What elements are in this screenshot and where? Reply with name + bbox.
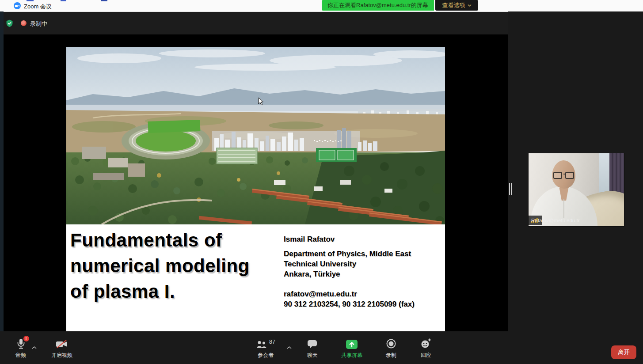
author-name: Ismail Rafatov bbox=[284, 234, 438, 244]
participants-options-chevron[interactable] bbox=[286, 346, 292, 349]
share-screen-button[interactable]: 共享屏幕 bbox=[333, 337, 371, 359]
slide-author-block: Ismail Rafatov Department of Physics, Mi… bbox=[284, 234, 438, 309]
slide-title: Fundamentals of numerical modeling of pl… bbox=[70, 228, 318, 304]
screen-watching-banner: 你正在观看Rafatov@metu.edu.tr的屏幕 bbox=[322, 0, 434, 11]
participant-video-tile[interactable]: Rafatov@metu.edu.tr bbox=[529, 153, 624, 226]
reactions-label: 回应 bbox=[421, 352, 431, 359]
window-title: Zoom 会议 bbox=[24, 3, 52, 11]
presentation-slide: Fundamentals of numerical modeling of pl… bbox=[66, 47, 445, 331]
reactions-smiley-icon bbox=[420, 338, 432, 349]
background-window-artifact bbox=[101, 0, 107, 1]
chat-bubble-icon bbox=[307, 339, 318, 349]
security-shield-icon[interactable] bbox=[6, 19, 13, 27]
zoom-app-icon bbox=[14, 2, 21, 9]
record-button[interactable]: 录制 bbox=[372, 337, 410, 359]
affiliation-line: Technical University bbox=[284, 259, 438, 269]
leave-meeting-button[interactable]: 离开 bbox=[611, 345, 636, 359]
desktop-edge-strip bbox=[0, 11, 4, 331]
recording-status-label: 录制中 bbox=[30, 20, 47, 28]
slide-title-line: numerical modeling bbox=[70, 253, 318, 279]
mouse-cursor-icon bbox=[258, 97, 264, 106]
participant-name-tag: Rafatov@metu.edu.tr bbox=[529, 216, 542, 225]
audio-alert-badge: ! bbox=[23, 336, 29, 341]
chat-button[interactable]: 聊天 bbox=[293, 337, 331, 359]
slide-title-line: Fundamentals of bbox=[70, 228, 318, 253]
participants-label: 参会者 bbox=[258, 352, 274, 359]
window-title-bar: Zoom 会议 你正在观看Rafatov@metu.edu.tr的屏幕 查看选项 bbox=[0, 0, 643, 12]
participants-icon bbox=[256, 340, 267, 349]
author-phone: 90 312 2103254, 90 312 2105099 (fax) bbox=[284, 299, 438, 309]
record-icon bbox=[386, 338, 396, 349]
view-options-label: 查看选项 bbox=[442, 0, 465, 11]
record-label: 录制 bbox=[386, 352, 396, 359]
background-window-artifact bbox=[27, 0, 34, 1]
slide-title-line: of plasma I. bbox=[70, 279, 318, 304]
audio-label: 音频 bbox=[15, 352, 26, 359]
recording-dot-icon bbox=[21, 20, 27, 26]
participant-name-label: Rafatov@metu.edu.tr bbox=[531, 218, 579, 223]
start-video-label: 开启视频 bbox=[51, 352, 72, 359]
background-window-artifact bbox=[61, 0, 66, 1]
author-email: rafatov@metu.edu.tr bbox=[284, 289, 438, 299]
camera-off-icon bbox=[56, 339, 68, 349]
chevron-down-icon bbox=[468, 4, 472, 7]
affiliation-line: Ankara, Türkiye bbox=[284, 269, 438, 279]
camera-glyph bbox=[15, 5, 18, 7]
share-screen-icon bbox=[346, 340, 358, 349]
affiliation-line: Department of Physics, Middle East bbox=[284, 249, 438, 259]
audio-options-chevron[interactable] bbox=[31, 346, 37, 349]
share-screen-label: 共享屏幕 bbox=[341, 352, 362, 359]
view-options-button[interactable]: 查看选项 bbox=[435, 0, 478, 11]
reactions-button[interactable]: 回应 bbox=[407, 337, 445, 359]
panel-resize-handle[interactable] bbox=[509, 183, 513, 195]
chat-label: 聊天 bbox=[307, 352, 318, 359]
participants-count: 87 bbox=[269, 339, 275, 345]
start-video-button[interactable]: 开启视频 bbox=[43, 337, 81, 359]
zoom-meeting-window: Zoom 会议 你正在观看Rafatov@metu.edu.tr的屏幕 查看选项… bbox=[0, 0, 643, 364]
glasses bbox=[553, 172, 562, 179]
participants-button[interactable]: 87 参会者 bbox=[247, 337, 285, 359]
campus-aerial-photo bbox=[66, 47, 445, 224]
